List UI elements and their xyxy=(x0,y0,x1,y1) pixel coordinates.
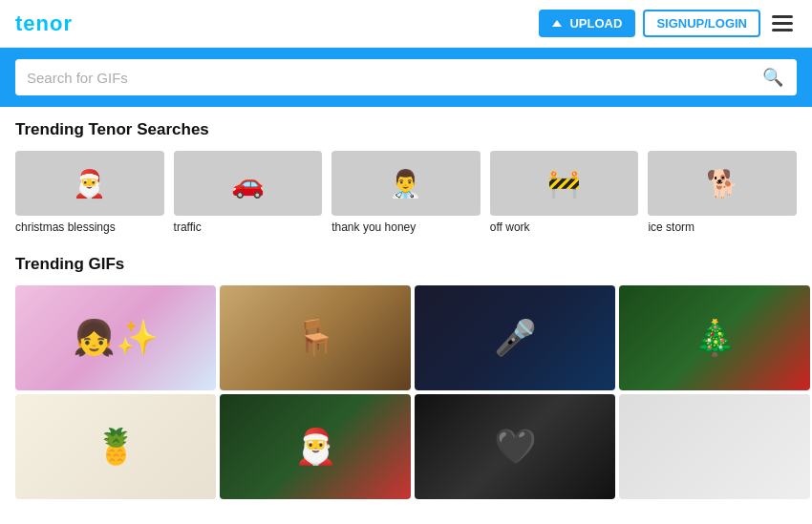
search-label-christmas-blessings: christmas blessings xyxy=(15,220,164,234)
search-inner: 🔍 xyxy=(15,59,797,95)
search-label-traffic: traffic xyxy=(174,220,323,234)
gif-emoji-5: 🍍 xyxy=(95,427,138,467)
gif-item-light-gray[interactable] xyxy=(619,394,810,499)
hamburger-line-3 xyxy=(772,29,793,31)
gif-item-sitting-man[interactable]: 🪑 xyxy=(220,285,411,390)
logo: tenor xyxy=(15,11,73,36)
search-item-traffic[interactable]: 🚗 traffic xyxy=(174,151,323,234)
gif-item-bw-man[interactable]: 🖤 xyxy=(415,394,615,499)
search-item-christmas-blessings[interactable]: 🎅 christmas blessings xyxy=(15,151,164,234)
trending-searches-title: Trending Tenor Searches xyxy=(15,120,797,139)
upload-label: UPLOAD xyxy=(569,16,622,31)
upload-arrow-icon xyxy=(552,20,562,27)
gif-item-grinch-santa[interactable]: 🎅 xyxy=(220,394,411,499)
header: tenor UPLOAD SIGNUP/LOGIN xyxy=(0,0,812,48)
search-icon: 🔍 xyxy=(762,68,783,87)
search-thumb-thank-you-honey: 👨‍⚕️ xyxy=(331,151,481,216)
signup-button[interactable]: SIGNUP/LOGIN xyxy=(643,10,760,37)
gif-emoji-4: 🎄 xyxy=(694,318,737,358)
search-thumb-traffic: 🚗 xyxy=(174,151,323,216)
search-item-ice-storm[interactable]: 🐕 ice storm xyxy=(648,151,797,234)
hamburger-line-2 xyxy=(772,22,793,25)
search-label-off-work: off work xyxy=(490,220,639,234)
search-thumb-ice-storm: 🐕 xyxy=(648,151,797,216)
gif-item-anime-girl[interactable]: 👧✨ xyxy=(15,285,216,390)
header-actions: UPLOAD SIGNUP/LOGIN xyxy=(539,10,797,37)
search-thumb-off-work: 🚧 xyxy=(490,151,639,216)
trending-searches-list: 🎅 christmas blessings 🚗 traffic 👨‍⚕️ tha… xyxy=(15,151,797,234)
menu-button[interactable] xyxy=(768,11,797,35)
search-label-ice-storm: ice storm xyxy=(648,220,797,234)
search-button[interactable]: 🔍 xyxy=(760,67,785,88)
search-label-thank-you-honey: thank you honey xyxy=(331,220,481,234)
trending-gifs-grid: 👧✨ 🪑 🎤 🎄 🍍 🎅 🖤 xyxy=(15,285,797,499)
upload-button[interactable]: UPLOAD xyxy=(539,10,635,37)
hamburger-line-1 xyxy=(772,15,793,18)
gif-item-pineapple[interactable]: 🍍 xyxy=(15,394,216,499)
search-item-off-work[interactable]: 🚧 off work xyxy=(490,151,639,234)
gif-item-christmas-decoration[interactable]: 🎄 xyxy=(619,285,810,390)
gif-emoji-1: 👧✨ xyxy=(73,318,159,358)
main-content: Trending Tenor Searches 🎅 christmas bles… xyxy=(0,107,812,513)
trending-gifs-title: Trending GIFs xyxy=(15,255,797,274)
gif-emoji-2: 🪑 xyxy=(294,318,337,358)
search-thumb-christmas-blessings: 🎅 xyxy=(15,151,164,216)
gif-emoji-6: 🎅 xyxy=(294,427,337,467)
search-input[interactable] xyxy=(27,70,760,86)
gif-emoji-3: 🎤 xyxy=(494,318,537,358)
gif-emoji-7: 🖤 xyxy=(494,427,537,467)
search-bar: 🔍 xyxy=(0,48,812,107)
gif-item-talk-show[interactable]: 🎤 xyxy=(415,285,615,390)
search-item-thank-you-honey[interactable]: 👨‍⚕️ thank you honey xyxy=(331,151,481,234)
